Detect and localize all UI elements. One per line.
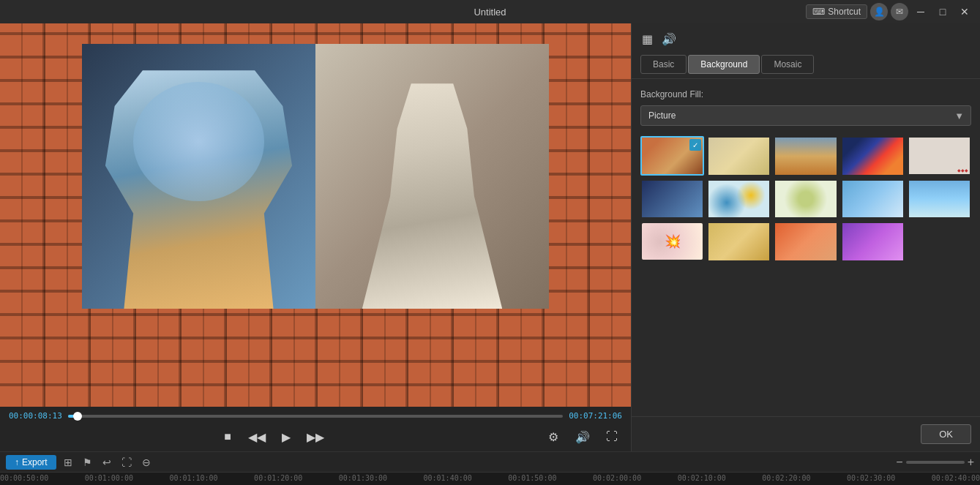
thumb-item-7[interactable] <box>707 179 771 219</box>
tab-background[interactable]: Background <box>688 55 760 74</box>
ruler-mark-2: 00:01:00:00 <box>85 474 133 482</box>
progress-thumb <box>73 412 82 421</box>
thumb-image-8 <box>775 181 836 218</box>
total-time-label: 00:07:21:06 <box>569 411 622 421</box>
video-icon-btn[interactable]: ▦ <box>640 31 654 48</box>
thumb-image-13 <box>775 223 836 260</box>
thumb-image-12 <box>708 223 769 260</box>
shortcut-button[interactable]: ⌨ Shortcut <box>806 4 867 19</box>
thumb-image-2 <box>708 138 769 175</box>
right-panel: ▦ 🔊 Basic Background Mosaic Background F… <box>631 23 980 451</box>
ruler-mark-4: 00:01:20:00 <box>254 474 302 482</box>
thumb-item-4[interactable] <box>841 136 905 176</box>
timeline-current-time: 00:00:50:00 00:01:00:00 00:01:10:00 00:0… <box>0 473 980 484</box>
ruler-mark-9: 00:02:10:00 <box>678 474 726 482</box>
ruler-mark-11: 00:02:30:00 <box>847 474 895 482</box>
ruler-mark-7: 00:01:50:00 <box>508 474 556 482</box>
video-panel: 00:00:08:13 00:07:21:06 ■ ◀◀ ▶ ▶▶ ⚙ 🔊 ⛶ <box>0 23 631 451</box>
volume-button[interactable]: 🔊 <box>572 426 593 447</box>
timeline-tools: ↑ Export ⊞ ⚑ ↩ ⛶ ⊖ − + <box>0 452 980 473</box>
controls-row: ■ ◀◀ ▶ ▶▶ ⚙ 🔊 ⛶ <box>9 426 622 447</box>
thumb-image-4 <box>842 138 903 175</box>
bg-fill-select[interactable]: Picture <box>640 105 971 126</box>
ruler-mark-1: 00:00:50:00 <box>0 474 48 482</box>
progress-bar[interactable] <box>68 415 563 418</box>
video-frame-inner <box>82 44 549 309</box>
thumb-item-1[interactable]: ✓ <box>640 136 704 176</box>
export-button[interactable]: ↑ Export <box>6 455 56 470</box>
thumb-image-6 <box>642 181 703 217</box>
mail-icon[interactable]: ✉ <box>891 3 908 20</box>
stop-button[interactable]: ■ <box>217 426 238 447</box>
timeline-tool-5[interactable]: ⊖ <box>139 455 154 470</box>
export-icon: ↑ <box>15 457 19 467</box>
user-avatar[interactable]: 👤 <box>870 3 888 20</box>
astronaut-silhouette <box>105 70 292 309</box>
thumb-image-3 <box>775 138 836 175</box>
zoom-slider[interactable] <box>906 461 965 464</box>
titlebar: Untitled ⌨ Shortcut 👤 ✉ ─ □ ✕ <box>0 0 980 23</box>
video-frame <box>82 44 549 309</box>
thumb-item-13[interactable] <box>774 222 837 262</box>
tab-basic[interactable]: Basic <box>640 55 687 74</box>
timeline-tool-1[interactable]: ⊞ <box>61 455 75 470</box>
play-button[interactable]: ▶ <box>276 426 296 447</box>
panel-icons: ▦ 🔊 <box>640 31 971 48</box>
thumb-item-6[interactable] <box>640 179 704 219</box>
zoom-in-button[interactable]: + <box>968 456 974 469</box>
zoom-controls: − + <box>896 456 974 469</box>
ruler-mark-6: 00:01:40:00 <box>424 474 472 482</box>
bg-fill-label: Background Fill: <box>640 89 971 99</box>
thumbnail-grid: ✓ <box>640 136 971 262</box>
thumb-image-9 <box>842 181 903 218</box>
astronaut-area <box>82 44 315 309</box>
person-area <box>315 44 549 309</box>
ruler-mark-5: 00:01:30:00 <box>339 474 387 482</box>
thumb-item-14[interactable] <box>841 222 905 262</box>
thumb-image-7 <box>708 181 769 218</box>
thumb-image-10 <box>909 181 970 217</box>
maximize-button[interactable]: □ <box>933 2 952 21</box>
ruler-mark-10: 00:02:20:00 <box>762 474 810 482</box>
current-time-label: 00:00:08:13 <box>9 411 62 421</box>
panel-content: Background Fill: Picture ▼ ✓ <box>632 79 980 416</box>
window-title: Untitled <box>474 7 506 18</box>
thumb-item-3[interactable] <box>774 136 837 176</box>
close-button[interactable]: ✕ <box>955 2 974 21</box>
thumb-item-11[interactable]: 💥 <box>640 222 704 261</box>
timeline-tool-2[interactable]: ⚑ <box>80 455 95 470</box>
timeline-tool-3[interactable]: ↩ <box>100 455 114 470</box>
thumb-item-5[interactable] <box>908 136 971 176</box>
titlebar-right: ⌨ Shortcut 👤 ✉ ─ □ ✕ <box>806 2 974 21</box>
video-background <box>0 23 631 407</box>
thumb-item-9[interactable] <box>841 179 905 219</box>
audio-icon-btn[interactable]: 🔊 <box>660 31 678 48</box>
zoom-out-button[interactable]: − <box>896 456 902 469</box>
playback-bar: 00:00:08:13 00:07:21:06 ■ ◀◀ ▶ ▶▶ ⚙ 🔊 ⛶ <box>0 407 631 451</box>
ok-button[interactable]: OK <box>921 424 971 444</box>
keyboard-icon: ⌨ <box>812 7 825 17</box>
timeline-bar: ↑ Export ⊞ ⚑ ↩ ⛶ ⊖ − + 00:00:50:00 00:01… <box>0 451 980 485</box>
settings-button[interactable]: ⚙ <box>543 426 564 447</box>
ruler-mark-8: 00:02:00:00 <box>593 474 641 482</box>
video-container <box>0 23 631 407</box>
fullscreen-button[interactable]: ⛶ <box>602 426 622 447</box>
bg-fill-dropdown-row: Picture ▼ <box>640 105 971 126</box>
ruler-mark-3: 00:01:10:00 <box>169 474 217 482</box>
thumb-item-10[interactable] <box>908 179 971 219</box>
thumb-image-11: 💥 <box>642 223 703 260</box>
thumb-item-12[interactable] <box>707 222 771 262</box>
progress-row: 00:00:08:13 00:07:21:06 <box>9 411 622 421</box>
tab-mosaic[interactable]: Mosaic <box>761 55 814 74</box>
thumb-item-8[interactable] <box>774 179 837 219</box>
person-silhouette <box>362 83 502 309</box>
prev-frame-button[interactable]: ◀◀ <box>247 426 267 447</box>
minimize-button[interactable]: ─ <box>911 2 930 21</box>
timeline-tool-4[interactable]: ⛶ <box>119 455 135 470</box>
thumb-image-14 <box>842 223 903 260</box>
thumb-item-2[interactable] <box>707 136 771 176</box>
ok-row: OK <box>632 416 980 451</box>
thumb-image-5 <box>909 138 970 174</box>
next-frame-button[interactable]: ▶▶ <box>305 426 326 447</box>
panel-header: ▦ 🔊 Basic Background Mosaic <box>632 23 980 79</box>
